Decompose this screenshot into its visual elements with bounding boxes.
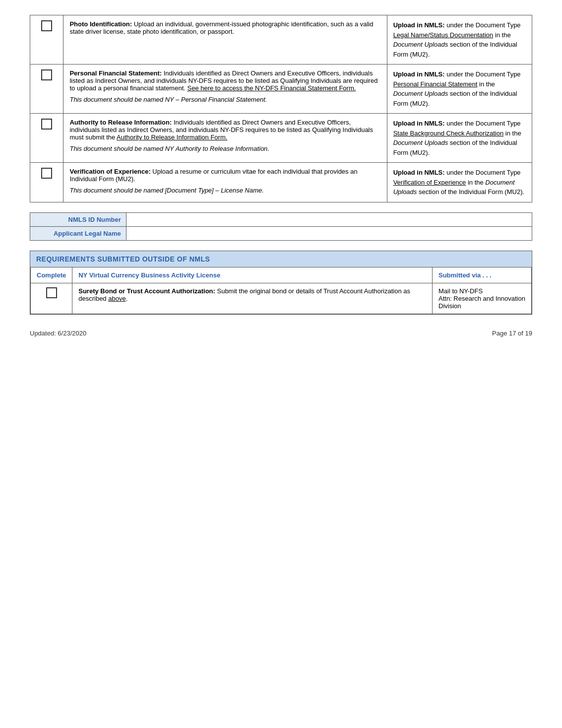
nmls-id-row: NMLS ID Number — [30, 212, 532, 226]
desc-extra-2: This document should be named NY – Perso… — [69, 96, 380, 103]
req-outside-header: REQUIREMENTS SUBMITTED OUTSIDE OF NMLS — [30, 251, 532, 267]
desc-text-1: Photo Identification: Upload an individu… — [69, 20, 380, 35]
upload-body-4: under the Document Type — [445, 169, 521, 176]
desc-extra-4: This document should be named [Document … — [69, 187, 380, 194]
upload-link-1: Legal Name/Status Documentation — [393, 31, 494, 39]
upload-rest-2: in the — [477, 80, 495, 88]
upload-text-1: Upload in NMLS: under the Document Type … — [393, 20, 526, 59]
desc-text-4: Verification of Experience: Upload a res… — [69, 168, 380, 183]
req-row-surety: Surety Bond or Trust Account Authorizati… — [31, 283, 532, 314]
upload-intro-4: Upload in NMLS: — [393, 169, 445, 176]
upload-italic-3: Document Uploads — [393, 139, 448, 146]
upload-intro-2: Upload in NMLS: — [393, 70, 445, 78]
table-row: Verification of Experience: Upload a res… — [30, 163, 532, 202]
upload-end-4: section of the Individual Form (MU2). — [417, 188, 524, 196]
req-surety-desc: Surety Bond or Trust Account Authorizati… — [72, 283, 433, 314]
checkbox-cell-4[interactable] — [30, 163, 63, 202]
checkbox-2[interactable] — [41, 69, 52, 80]
desc-cell-1: Photo Identification: Upload an individu… — [63, 15, 387, 65]
footer-page: Page 17 of 19 — [492, 330, 532, 337]
upload-italic-1: Document Uploads — [393, 41, 448, 48]
upload-rest-4: in the — [466, 179, 485, 186]
upload-intro-1: Upload in NMLS: — [393, 21, 445, 29]
upload-cell-1: Upload in NMLS: under the Document Type … — [387, 15, 532, 65]
nmls-name-value[interactable] — [126, 226, 532, 240]
desc-cell-4: Verification of Experience: Upload a res… — [63, 163, 387, 202]
desc-extra-italic-4: This document should be named [Document … — [69, 187, 263, 194]
req-surety-text: Surety Bond or Trust Account Authorizati… — [78, 287, 426, 302]
req-checkbox-1[interactable] — [46, 287, 57, 298]
req-checkbox-cell-1[interactable] — [31, 283, 72, 314]
desc-text-2: Personal Financial Statement: Individual… — [69, 69, 380, 92]
nmls-name-row: Applicant Legal Name — [30, 226, 532, 240]
desc-cell-2: Personal Financial Statement: Individual… — [63, 65, 387, 114]
upload-text-2: Upload in NMLS: under the Document Type … — [393, 69, 526, 108]
checkbox-cell-2[interactable] — [30, 65, 63, 114]
upload-link-2: Personal Financial Statement — [393, 80, 478, 88]
upload-link-4: Verification of Experience — [393, 179, 466, 186]
footer-updated: Updated: 6/23/2020 — [30, 330, 86, 337]
req-surety-link[interactable]: above — [108, 295, 125, 302]
checkbox-1[interactable] — [41, 20, 52, 31]
req-surety-mail: Mail to NY-DFS Attn: Research and Innova… — [438, 287, 525, 310]
upload-body-2: under the Document Type — [445, 70, 521, 78]
upload-text-3: Upload in NMLS: under the Document Type … — [393, 119, 526, 157]
desc-bold-3: Authority to Release Information: — [69, 119, 172, 126]
desc-extra-3: This document should be named NY Authori… — [69, 145, 380, 152]
desc-cell-3: Authority to Release Information: Indivi… — [63, 114, 387, 163]
upload-link-3: State Background Check Authorization — [393, 130, 504, 137]
desc-link-2[interactable]: See here to access the NY-DFS Financial … — [187, 84, 356, 92]
nmls-form-table: NMLS ID Number Applicant Legal Name — [30, 212, 532, 241]
page-footer: Updated: 6/23/2020 Page 17 of 19 — [30, 330, 532, 337]
req-surety-submitted: Mail to NY-DFS Attn: Research and Innova… — [433, 283, 532, 314]
req-outside-table: Complete NY Virtual Currency Business Ac… — [30, 267, 532, 314]
req-outside-section: REQUIREMENTS SUBMITTED OUTSIDE OF NMLS C… — [30, 251, 532, 315]
requirements-table: Photo Identification: Upload an individu… — [30, 15, 532, 202]
desc-bold-1: Photo Identification: — [69, 20, 132, 28]
req-col-submitted-header: Submitted via . . . — [433, 267, 532, 283]
upload-text-4: Upload in NMLS: under the Document Type … — [393, 168, 526, 197]
table-row: Photo Identification: Upload an individu… — [30, 15, 532, 65]
desc-bold-2: Personal Financial Statement: — [69, 69, 162, 77]
req-surety-end: . — [126, 295, 128, 302]
upload-cell-2: Upload in NMLS: under the Document Type … — [387, 65, 532, 114]
req-col-complete-header: Complete — [31, 267, 72, 283]
nmls-name-label: Applicant Legal Name — [30, 226, 126, 240]
checkbox-cell-1[interactable] — [30, 15, 63, 65]
checkbox-4[interactable] — [41, 168, 52, 179]
req-header-row: Complete NY Virtual Currency Business Ac… — [31, 267, 532, 283]
checkbox-cell-3[interactable] — [30, 114, 63, 163]
desc-extra-italic-2: This document should be named NY – Perso… — [69, 96, 267, 103]
desc-bold-4: Verification of Experience: — [69, 168, 150, 175]
nmls-id-value[interactable] — [126, 212, 532, 226]
desc-link-3[interactable]: Authority to Release Information Form. — [117, 133, 227, 141]
req-col-license-header: NY Virtual Currency Business Activity Li… — [72, 267, 433, 283]
upload-cell-3: Upload in NMLS: under the Document Type … — [387, 114, 532, 163]
nmls-id-label: NMLS ID Number — [30, 212, 126, 226]
table-row: Personal Financial Statement: Individual… — [30, 65, 532, 114]
upload-body-1: under the Document Type — [445, 21, 521, 29]
req-surety-bold: Surety Bond or Trust Account Authorizati… — [78, 287, 215, 295]
desc-extra-italic-3: This document should be named NY Authori… — [69, 145, 269, 152]
upload-rest-3: in the — [503, 130, 521, 137]
upload-rest-1: in the — [493, 31, 510, 39]
table-row: Authority to Release Information: Indivi… — [30, 114, 532, 163]
desc-text-3: Authority to Release Information: Indivi… — [69, 119, 380, 141]
upload-cell-4: Upload in NMLS: under the Document Type … — [387, 163, 532, 202]
upload-body-3: under the Document Type — [445, 120, 521, 127]
upload-italic-2: Document Uploads — [393, 90, 448, 97]
upload-intro-3: Upload in NMLS: — [393, 120, 445, 127]
checkbox-3[interactable] — [41, 119, 52, 130]
